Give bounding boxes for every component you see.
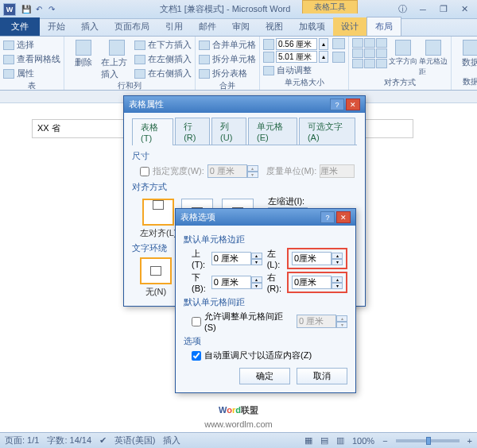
distribute-cols-icon[interactable] <box>332 52 345 63</box>
zoom-slider[interactable] <box>396 439 460 442</box>
ribbon-group-align: 文字方向 单元格边距 对齐方式 <box>349 37 452 90</box>
text-direction-button[interactable]: 文字方向 <box>389 38 417 67</box>
tab-review[interactable]: 审阅 <box>224 17 258 36</box>
page-status[interactable]: 页面: 1/1 <box>5 434 39 446</box>
undo-icon[interactable]: ↶ <box>33 4 45 15</box>
insert-left-icon <box>134 55 145 64</box>
align-label: 对齐方式 <box>132 181 357 193</box>
size-label: 尺寸 <box>132 150 357 162</box>
language-status[interactable]: 英语(美国) <box>114 434 155 446</box>
ribbon-group-data: 数据 数据 <box>452 37 477 90</box>
insert-above-button[interactable]: 在上方插入 <box>101 38 133 80</box>
left-input[interactable] <box>292 252 332 265</box>
tab-insert[interactable]: 插入 <box>73 17 107 36</box>
ribbon-help-icon[interactable]: ⓘ <box>393 4 412 15</box>
proofing-icon[interactable]: ✔ <box>99 435 107 446</box>
group-label-align: 对齐方式 <box>352 77 448 89</box>
insert-left-button[interactable]: 在左侧插入 <box>134 52 192 66</box>
zoom-thumb[interactable] <box>426 437 431 445</box>
group-label-rowscols: 行和列 <box>68 80 192 92</box>
props-icon <box>3 69 14 79</box>
delete-button[interactable]: 删除 <box>68 38 99 68</box>
split-table-button[interactable]: 拆分表格 <box>199 67 256 80</box>
dialog-titlebar[interactable]: 表格属性 ? ✕ <box>124 96 365 113</box>
merge-icon <box>199 41 210 50</box>
data-icon <box>463 40 477 56</box>
table-options-dialog: 表格选项 ? ✕ 默认单元格边距 上(T): ▴▾ 左(L): ▴▾ 下(B):… <box>175 208 356 393</box>
insert-right-icon <box>134 69 145 79</box>
redo-icon[interactable]: ↷ <box>46 4 57 15</box>
top-label: 上(T): <box>192 248 207 269</box>
tab-home[interactable]: 开始 <box>40 17 73 36</box>
measure-select <box>320 164 355 178</box>
tab-layout[interactable]: 布局 <box>366 17 401 36</box>
zoom-out-icon[interactable]: − <box>382 436 387 446</box>
allow-spacing-checkbox[interactable] <box>192 317 201 326</box>
insert-right-button[interactable]: 在右侧插入 <box>134 67 192 80</box>
merge-cells-button[interactable]: 合并单元格 <box>199 38 256 52</box>
close-icon[interactable]: ✕ <box>336 211 351 223</box>
tab-row[interactable]: 行(R) <box>175 118 210 145</box>
left-label: 左(L): <box>267 248 282 269</box>
minimize-icon[interactable]: ─ <box>413 4 432 15</box>
tab-mailings[interactable]: 邮件 <box>191 17 224 36</box>
top-input[interactable] <box>211 252 251 265</box>
tab-table[interactable]: 表格(T) <box>132 118 173 145</box>
ribbon: 选择 查看网格线 属性 表 删除 在上方插入 在下方插入 在左侧插入 在右侧插入… <box>0 37 477 91</box>
cell-margins-button[interactable]: 单元格边距 <box>419 38 448 77</box>
tab-addins[interactable]: 加载项 <box>291 17 333 36</box>
spinner-icon[interactable]: ▴ <box>319 38 328 50</box>
options-label: 选项 <box>184 335 347 347</box>
tab-pagelayout[interactable]: 页面布局 <box>107 17 157 36</box>
right-input[interactable] <box>292 276 332 289</box>
tab-references[interactable]: 引用 <box>157 17 191 36</box>
select-button[interactable]: 选择 <box>3 38 60 52</box>
help-icon[interactable]: ? <box>330 98 344 110</box>
tab-alttext[interactable]: 可选文字(A) <box>299 118 355 145</box>
ribbon-group-rowscols: 删除 在上方插入 在下方插入 在左侧插入 在右侧插入 行和列 <box>64 37 196 90</box>
insert-below-button[interactable]: 在下方插入 <box>134 38 192 52</box>
split-table-icon <box>199 69 210 79</box>
align-left-option[interactable]: 左对齐(L) <box>140 199 176 239</box>
dialog-title: 表格选项 <box>180 211 320 223</box>
word-count[interactable]: 字数: 14/14 <box>47 434 91 446</box>
col-width-field[interactable]: ▴ <box>263 51 328 63</box>
cancel-button[interactable]: 取消 <box>297 368 347 384</box>
distribute-rows-icon[interactable] <box>332 38 345 49</box>
align-grid[interactable] <box>352 38 387 68</box>
view-web-icon[interactable]: ▥ <box>336 435 344 446</box>
data-button[interactable]: 数据 <box>455 38 477 68</box>
view-gridlines-button[interactable]: 查看网格线 <box>3 52 60 66</box>
tab-view[interactable]: 视图 <box>258 17 291 36</box>
tab-design[interactable]: 设计 <box>333 17 366 36</box>
help-icon[interactable]: ? <box>320 211 335 223</box>
ribbon-tabs: 文件 开始 插入 页面布局 引用 邮件 审阅 视图 加载项 设计 布局 <box>0 19 477 37</box>
autoresize-checkbox[interactable] <box>192 351 201 361</box>
wrap-none-option[interactable]: 无(N) <box>140 257 172 298</box>
bottom-input[interactable] <box>211 276 251 289</box>
spinner-icon[interactable]: ▴ <box>319 51 328 63</box>
tab-col[interactable]: 列(U) <box>211 118 246 145</box>
restore-icon[interactable]: ❐ <box>434 4 453 15</box>
view-read-icon[interactable]: ▤ <box>320 435 328 446</box>
ok-button[interactable]: 确定 <box>239 368 290 384</box>
zoom-level[interactable]: 100% <box>352 436 374 446</box>
save-icon[interactable]: 💾 <box>21 4 32 15</box>
properties-button[interactable]: 属性 <box>3 67 60 80</box>
close-icon[interactable]: ✕ <box>346 98 360 110</box>
insert-mode[interactable]: 插入 <box>163 434 180 446</box>
split-cells-button[interactable]: 拆分单元格 <box>199 52 256 66</box>
close-icon[interactable]: ✕ <box>455 4 474 15</box>
autofit-button[interactable]: 自动调整 <box>263 64 328 77</box>
dialog-titlebar[interactable]: 表格选项 ? ✕ <box>176 209 355 226</box>
view-print-icon[interactable]: ▦ <box>304 435 312 446</box>
tab-cell[interactable]: 单元格(E) <box>248 118 297 145</box>
statusbar: 页面: 1/1 字数: 14/14 ✔ 英语(美国) 插入 ▦ ▤ ▥ 100%… <box>0 432 477 448</box>
margins-grid: 上(T): ▴▾ 左(L): ▴▾ 下(B): ▴▾ 右(R): ▴▾ <box>192 248 347 293</box>
zoom-in-icon[interactable]: + <box>467 436 472 446</box>
file-tab[interactable]: 文件 <box>0 17 40 36</box>
pref-width-checkbox[interactable] <box>140 167 149 176</box>
row-height-field[interactable]: ▴ <box>263 38 328 50</box>
width-icon <box>263 52 274 63</box>
align-tl-icon[interactable] <box>352 38 363 48</box>
